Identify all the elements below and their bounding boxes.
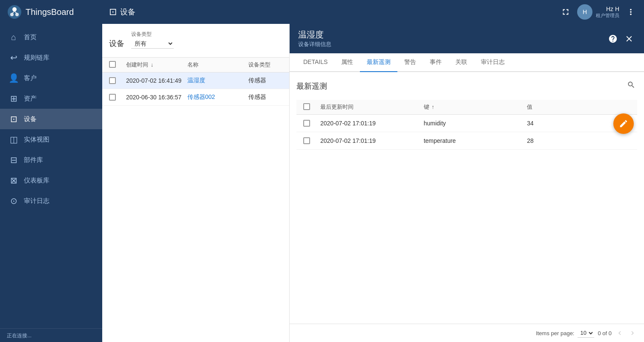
sidebar-item-label: 部件库 — [24, 156, 43, 164]
sidebar-item-rule-chain[interactable]: ↩ 规则链库 — [0, 47, 102, 68]
items-per-page-label: Items per page: — [536, 330, 574, 336]
detail-title-area: 温湿度 设备详细信息 — [298, 29, 331, 48]
user-info: Hz H 租户管理员 — [596, 6, 619, 19]
detail-pagination: Items per page: 10 5 15 20 0 of 0 — [290, 324, 644, 342]
svg-point-0 — [8, 5, 21, 19]
device-list-header: 设备 设备类型 所有 传感器 网关 — [102, 24, 289, 58]
device-list-title-row: 设备 设备类型 所有 传感器 网关 — [109, 31, 282, 49]
detail-title: 温湿度 — [298, 29, 331, 41]
row-device-type: 传感器 — [248, 77, 282, 84]
logo-icon — [7, 4, 22, 20]
help-button[interactable] — [607, 32, 619, 45]
search-button[interactable] — [625, 79, 637, 93]
telemetry-header: 最新遥测 — [296, 79, 637, 93]
col-key: 键 ↑ — [424, 103, 527, 111]
sidebar-item-label: 实体视图 — [24, 136, 49, 144]
tab-details[interactable]: DETAILS — [296, 53, 334, 72]
top-header: ThingsBoard ⊡ 设备 H Hz H 租户管理员 — [0, 0, 644, 24]
telemetry-content: 最新遥测 最后更新时间 键 ↑ 值 — [290, 72, 644, 324]
telemetry-title: 最新遥测 — [296, 81, 327, 91]
device-list-title: 设备 — [109, 38, 124, 49]
fullscreen-button[interactable] — [559, 6, 572, 18]
sidebar-item-audit-log[interactable]: ⊙ 审计日志 — [0, 191, 102, 211]
assets-icon: ⊞ — [9, 93, 19, 104]
devices-icon: ⊡ — [9, 114, 19, 124]
row-checkbox[interactable] — [109, 77, 116, 84]
row-key: humidity — [424, 120, 527, 127]
user-area[interactable]: H Hz H 租户管理员 — [577, 4, 619, 20]
content-area: 设备 设备类型 所有 传感器 网关 — [102, 24, 644, 342]
detail-tabs: DETAILS 属性 最新遥测 警告 事件 关联 审计日志 — [290, 53, 644, 72]
row-created-time: 2020-06-30 16:36:57 — [126, 94, 187, 101]
device-type-filter: 设备类型 所有 传感器 网关 — [131, 31, 174, 49]
device-type-select[interactable]: 所有 传感器 网关 — [131, 39, 174, 49]
user-name: Hz H — [596, 6, 619, 12]
sidebar: ⌂ 首页 ↩ 规则链库 👤 客户 ⊞ 资产 ⊡ 设备 ◫ 实体视图 ⊟ 部件库 … — [0, 24, 102, 342]
widgets-icon: ⊟ — [9, 155, 19, 165]
tab-telemetry[interactable]: 最新遥测 — [360, 53, 397, 72]
table-row[interactable]: 2020-06-30 16:36:57 传感器002 传感器 — [102, 89, 289, 106]
sidebar-item-label: 仪表板库 — [24, 177, 49, 185]
sidebar-item-assets[interactable]: ⊞ 资产 — [0, 88, 102, 109]
edit-fab-button[interactable] — [613, 113, 634, 134]
col-device-type: 设备类型 — [248, 61, 282, 69]
page-icon: ⊡ — [109, 6, 117, 17]
items-per-page-select[interactable]: 10 5 15 20 — [578, 328, 594, 338]
next-page-button[interactable] — [628, 328, 637, 338]
entity-view-icon: ◫ — [9, 134, 19, 145]
logo-area: ThingsBoard — [7, 4, 109, 20]
page-title: 设备 — [120, 7, 135, 17]
row-key: temperature — [424, 137, 527, 144]
row-checkbox[interactable] — [303, 137, 310, 144]
sidebar-item-label: 审计日志 — [24, 197, 49, 205]
close-button[interactable] — [623, 32, 635, 45]
row-value: 28 — [527, 137, 630, 144]
dashboards-icon: ⊠ — [9, 175, 19, 185]
home-icon: ⌂ — [9, 32, 19, 42]
tab-audit[interactable]: 审计日志 — [474, 53, 512, 72]
sidebar-item-label: 规则链库 — [24, 54, 49, 62]
tab-events[interactable]: 事件 — [423, 53, 448, 72]
tab-relations[interactable]: 关联 — [448, 53, 474, 72]
sidebar-item-devices[interactable]: ⊡ 设备 — [0, 109, 102, 129]
sidebar-item-label: 资产 — [24, 95, 37, 103]
sidebar-item-label: 设备 — [24, 115, 37, 123]
table-row: 2020-07-02 17:01:19 humidity 34 — [296, 115, 637, 132]
row-device-name: 温湿度 — [187, 77, 249, 84]
row-checkbox[interactable] — [109, 94, 116, 101]
svg-point-2 — [10, 13, 14, 16]
row-checkbox[interactable] — [303, 120, 310, 127]
pagination-count: 0 of 0 — [598, 330, 612, 336]
sidebar-item-customers[interactable]: 👤 客户 — [0, 68, 102, 88]
sidebar-item-entity-view[interactable]: ◫ 实体视图 — [0, 129, 102, 150]
detail-panel: 温湿度 设备详细信息 DETAILS 属性 — [290, 24, 644, 342]
main-layout: ⌂ 首页 ↩ 规则链库 👤 客户 ⊞ 资产 ⊡ 设备 ◫ 实体视图 ⊟ 部件库 … — [0, 24, 644, 342]
status-bar-text: 正在连接... — [7, 333, 32, 339]
detail-header: 温湿度 设备详细信息 — [290, 24, 644, 53]
device-table-header: 创建时间 ↓ 名称 设备类型 — [102, 58, 289, 72]
row-last-update: 2020-07-02 17:01:19 — [320, 137, 424, 144]
row-device-name: 传感器002 — [187, 93, 249, 101]
sidebar-item-widgets[interactable]: ⊟ 部件库 — [0, 150, 102, 170]
telemetry-table-header: 最后更新时间 键 ↑ 值 — [296, 100, 637, 115]
select-all-checkbox[interactable] — [109, 61, 116, 68]
customers-icon: 👤 — [9, 73, 19, 83]
rule-chain-icon: ↩ — [9, 52, 19, 63]
avatar: H — [577, 4, 592, 20]
tab-alarms[interactable]: 警告 — [397, 53, 423, 72]
svg-point-3 — [15, 13, 19, 16]
prev-page-button[interactable] — [615, 328, 624, 338]
tab-attributes[interactable]: 属性 — [334, 53, 360, 72]
more-button[interactable] — [624, 6, 637, 18]
sidebar-item-label: 首页 — [24, 33, 37, 41]
logo-text: ThingsBoard — [26, 7, 74, 17]
sidebar-item-label: 客户 — [24, 74, 37, 82]
page-title-area: ⊡ 设备 — [109, 6, 559, 17]
sidebar-item-dashboards[interactable]: ⊠ 仪表板库 — [0, 170, 102, 191]
sidebar-item-home[interactable]: ⌂ 首页 — [0, 27, 102, 47]
row-last-update: 2020-07-02 17:01:19 — [320, 120, 424, 127]
filter-label: 设备类型 — [131, 31, 174, 38]
telemetry-select-all[interactable] — [303, 103, 310, 110]
table-row[interactable]: 2020-07-02 16:41:49 温湿度 传感器 — [102, 72, 289, 89]
detail-header-actions — [607, 32, 635, 45]
